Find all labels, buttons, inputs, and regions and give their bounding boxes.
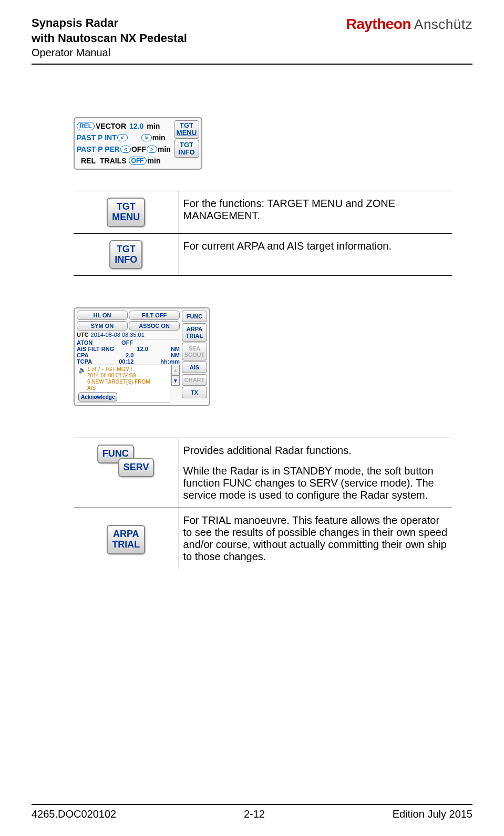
logo-sub: Anschütz [414, 16, 472, 33]
footer-edition: Edition July 2015 [393, 808, 472, 820]
alarm-line-4: AIS [87, 385, 150, 391]
tgt-menu-l1: TGT [177, 122, 197, 129]
aton-value: OFF [121, 339, 133, 346]
increase-button[interactable]: > [147, 146, 157, 153]
tgt-menu-l2: MENU [112, 212, 140, 223]
func-desc-2: While the Radar is in STANDBY mode, the … [183, 465, 448, 501]
decrease-button[interactable]: < [120, 146, 131, 153]
sea-scout-l1: SEA [183, 345, 205, 352]
pastpper-unit: min [158, 145, 171, 153]
arpa-trial-button[interactable]: ARPA TRIAL [107, 525, 145, 554]
func-button-table: FUNC SERV Provides additional Radar func… [74, 438, 452, 569]
ais-button[interactable]: AIS [182, 362, 207, 373]
table-row: ARPA TRIAL For TRIAL manoeuvre. This fea… [74, 508, 452, 570]
header-subtitle: Operator Manual [32, 46, 187, 59]
tgt-info-l1: TGT [115, 244, 137, 255]
function-panel: HL ON FILT OFF SYM ON ASSOC ON UTC 2014-… [74, 307, 210, 406]
logo-brand: Raytheon [346, 16, 411, 33]
pastpper-label: PAST P PER [77, 145, 120, 153]
tgt-info-l1: TGT [177, 141, 197, 149]
tgt-info-button[interactable]: TGT INFO [109, 240, 142, 270]
header-titles: Synapsis Radar with Nautoscan NX Pedesta… [32, 16, 187, 59]
vector-value: 12.0 [129, 122, 143, 130]
hl-on-button[interactable]: HL ON [77, 311, 128, 320]
tx-button[interactable]: TX [182, 387, 207, 398]
tgt-menu-desc: For the functions: TARGET MENU and ZONE … [179, 191, 452, 234]
assoc-on-button[interactable]: ASSOC ON [129, 321, 180, 331]
tgt-info-desc: For current ARPA and AIS target informat… [179, 233, 452, 276]
func-serv-icon: FUNC SERV [97, 445, 155, 481]
utc-value: 2014-08-08 08:35:01 [91, 332, 145, 338]
alarm-line-2: 2014-08-08 08:34:59 [87, 373, 150, 379]
func-button[interactable]: FUNC [182, 311, 207, 322]
page-footer: 4265.DOC020102 2-12 Edition July 2015 [32, 804, 472, 820]
tcpa-label: TCPA [77, 358, 92, 365]
pastpint-unit: min [152, 133, 166, 142]
aisfilt-unit: NM [171, 346, 180, 352]
header-title-1: Synapsis Radar [32, 16, 187, 31]
sea-scout-button[interactable]: SEA SCOUT [182, 343, 207, 360]
utc-label: UTC [77, 332, 89, 338]
speaker-icon: 🔈 [78, 366, 86, 374]
sea-scout-l2: SCOUT [183, 352, 205, 358]
arpa-trial-desc: For TRIAL manoeuvre. This feature allows… [179, 508, 452, 570]
table-row: FUNC SERV Provides additional Radar func… [74, 438, 452, 508]
tcpa-value: 00:12 [119, 358, 133, 365]
filt-off-button[interactable]: FILT OFF [129, 311, 180, 320]
scroll-up-button[interactable]: ▲ [171, 365, 180, 375]
tgt-info-l2: INFO [177, 149, 197, 156]
footer-doc: 4265.DOC020102 [32, 808, 116, 820]
footer-page: 2-12 [244, 808, 265, 820]
target-button-table: TGT MENU For the functions: TARGET MENU … [74, 191, 452, 276]
arpa-trial-l1: ARPA [112, 529, 140, 540]
tgt-menu-button[interactable]: TGT MENU [174, 120, 199, 139]
page-header: Synapsis Radar with Nautoscan NX Pedesta… [32, 16, 472, 59]
trails-label: TRAILS [100, 157, 127, 165]
cpa-unit: NM [171, 352, 180, 358]
alarm-line-3: 6 NEW TARGET(S) FROM [87, 379, 150, 385]
tgt-info-button[interactable]: TGT INFO [174, 140, 199, 158]
acknowledge-button[interactable]: Acknowledge [78, 393, 117, 401]
vector-panel: REL VECTOR 12.0 min PAST P INT < > min P… [74, 117, 202, 170]
cpa-label: CPA [77, 352, 88, 358]
table-row: TGT MENU For the functions: TARGET MENU … [74, 191, 452, 234]
func-desc-1: Provides additional Radar functions. [183, 445, 448, 457]
rel-toggle[interactable]: REL [77, 122, 95, 130]
trails-unit: min [148, 157, 161, 165]
pastpint-label: PAST P INT [77, 133, 117, 142]
serv-button[interactable]: SERV [118, 458, 155, 477]
scroll-down-button[interactable]: ▼ [171, 375, 180, 386]
sym-on-button[interactable]: SYM ON [77, 321, 128, 331]
tgt-info-l2: INFO [115, 255, 137, 265]
decrease-button[interactable]: < [117, 134, 128, 141]
trails-toggle[interactable]: OFF [129, 157, 147, 165]
logo: Raytheon Anschütz [346, 16, 472, 33]
aisfilt-label: AIS FILT RNG [77, 346, 114, 352]
arpa-trial-button[interactable]: ARPA TRIAL [182, 323, 207, 341]
tgt-menu-l1: TGT [112, 202, 140, 212]
arpa-trial-l2: TRIAL [183, 333, 205, 339]
arpa-trial-l2: TRIAL [112, 540, 140, 550]
cpa-value: 2.0 [126, 352, 133, 358]
header-title-2: with Nautoscan NX Pedestal [32, 31, 187, 46]
aisfilt-value: 12.0 [137, 346, 148, 352]
tgt-menu-l2: MENU [177, 129, 197, 137]
alarm-box: 🔈 1 of 7 - TGT MGMT 2014-08-08 08:34:59 … [77, 365, 170, 403]
vector-unit: min [147, 122, 160, 130]
footer-rule [32, 804, 472, 805]
pastpper-value: OFF [131, 145, 146, 153]
tgt-menu-button[interactable]: TGT MENU [107, 198, 145, 227]
arpa-trial-l1: ARPA [183, 326, 205, 332]
table-row: TGT INFO For current ARPA and AIS target… [74, 233, 452, 276]
alarm-line-1: 1 of 7 - TGT MGMT [87, 366, 150, 373]
chart-button[interactable]: CHART [182, 374, 207, 386]
increase-button[interactable]: > [141, 134, 152, 141]
vector-label: VECTOR [96, 122, 126, 130]
rel-label: REL [81, 157, 96, 165]
aton-label: ATON [77, 339, 92, 346]
tcpa-unit: hh:mm [160, 358, 180, 365]
